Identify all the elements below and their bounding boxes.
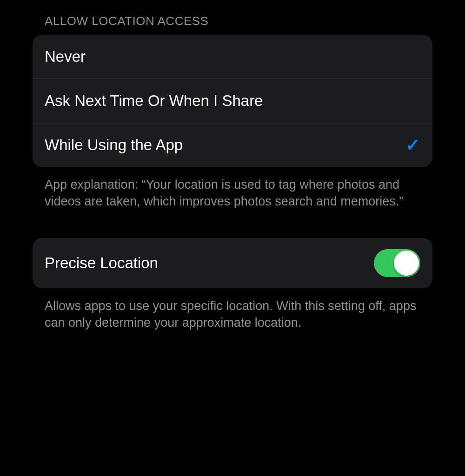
section-header: ALLOW LOCATION ACCESS (45, 14, 432, 28)
option-label: Never (45, 48, 86, 66)
toggle-knob (394, 251, 419, 276)
allow-location-section: ALLOW LOCATION ACCESS Never Ask Next Tim… (33, 14, 432, 210)
option-label: Ask Next Time Or When I Share (45, 92, 263, 110)
precise-location-footer: Allows apps to use your specific locatio… (45, 298, 423, 331)
app-explanation-text: App explanation: “Your location is used … (45, 176, 423, 210)
precise-location-toggle[interactable] (374, 249, 420, 277)
option-ask-next-time[interactable]: Ask Next Time Or When I Share (33, 79, 432, 123)
precise-location-section: Precise Location Allows apps to use your… (33, 238, 432, 331)
location-access-group: Never Ask Next Time Or When I Share Whil… (33, 35, 432, 167)
option-while-using[interactable]: While Using the App ✓ (33, 123, 432, 167)
checkmark-icon: ✓ (405, 136, 420, 154)
option-never[interactable]: Never (33, 35, 432, 79)
precise-location-group: Precise Location (33, 238, 432, 288)
option-label: While Using the App (45, 136, 183, 154)
precise-location-row: Precise Location (33, 238, 432, 288)
precise-location-label: Precise Location (45, 254, 158, 272)
